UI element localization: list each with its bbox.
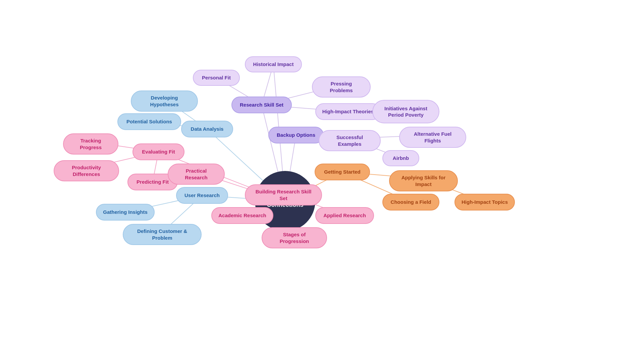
node-high-impact-topics[interactable]: High-Impact Topics (454, 194, 515, 210)
node-evaluating-fit[interactable]: Evaluating Fit (132, 143, 184, 160)
node-defining-customer-problem[interactable]: Defining Customer & Problem (123, 224, 202, 245)
node-applied-research[interactable]: Applied Research (315, 207, 374, 224)
node-gathering-insights[interactable]: Gathering Insights (96, 204, 155, 221)
node-potential-solutions[interactable]: Potential Solutions (117, 113, 181, 130)
node-stages-of-progression[interactable]: Stages of Progression (262, 227, 327, 248)
node-airbnb[interactable]: Airbnb (382, 150, 419, 166)
node-historical-impact[interactable]: Historical Impact (245, 56, 302, 72)
node-backup-options[interactable]: Backup Options (268, 127, 324, 143)
node-user-research[interactable]: User Research (176, 187, 228, 204)
mind-map-container: Key Concepts & ConnectionsHistorical Imp… (0, 0, 644, 362)
node-successful-examples[interactable]: Successful Examples (319, 130, 381, 151)
node-getting-started[interactable]: Getting Started (315, 164, 370, 180)
node-productivity-differences[interactable]: Productivity Differences (54, 160, 119, 181)
node-developing-hypotheses[interactable]: Developing Hypotheses (131, 90, 198, 112)
node-data-analysis[interactable]: Data Analysis (181, 121, 233, 137)
node-practical-research[interactable]: Practical Research (168, 164, 225, 185)
node-research-skill-set[interactable]: Research Skill Set (231, 97, 292, 113)
node-academic-research[interactable]: Academic Research (211, 207, 273, 224)
node-tracking-progress[interactable]: Tracking Progress (63, 133, 118, 155)
node-choosing-a-field[interactable]: Choosing a Field (382, 194, 439, 210)
node-building-research-skill-set[interactable]: Building Research Skill Set (245, 184, 322, 205)
node-pressing-problems[interactable]: Pressing Problems (312, 76, 371, 98)
node-alternative-fuel-flights[interactable]: Alternative Fuel Flights (399, 127, 466, 148)
node-initiatives-period-poverty[interactable]: Initiatives Against Period Poverty (372, 100, 439, 123)
node-applying-skills-impact[interactable]: Applying Skills for Impact (389, 170, 458, 191)
node-high-impact-theories[interactable]: High-Impact Theories (315, 103, 381, 120)
node-personal-fit[interactable]: Personal Fit (193, 70, 240, 86)
